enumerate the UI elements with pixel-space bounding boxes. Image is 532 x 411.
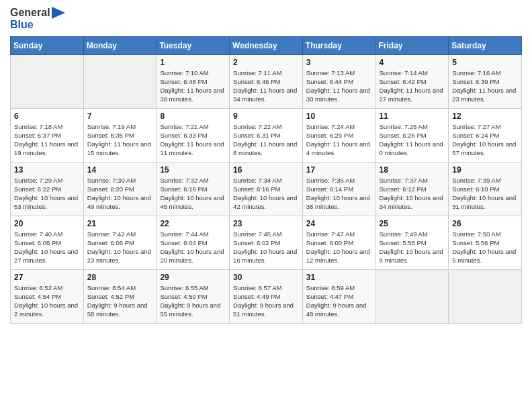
day-header-sunday: Sunday — [11, 36, 84, 54]
calendar-cell: 16Sunrise: 7:34 AM Sunset: 6:16 PM Dayli… — [230, 162, 303, 216]
week-row-1: 1Sunrise: 7:10 AM Sunset: 6:48 PM Daylig… — [11, 54, 522, 108]
day-info: Sunrise: 7:40 AM Sunset: 6:08 PM Dayligh… — [14, 230, 80, 265]
calendar-cell: 27Sunrise: 6:52 AM Sunset: 4:54 PM Dayli… — [11, 269, 84, 323]
calendar-cell: 25Sunrise: 7:49 AM Sunset: 5:58 PM Dayli… — [375, 216, 449, 269]
calendar-cell: 20Sunrise: 7:40 AM Sunset: 6:08 PM Dayli… — [11, 216, 84, 269]
day-number: 12 — [452, 111, 518, 121]
calendar-cell: 1Sunrise: 7:10 AM Sunset: 6:48 PM Daylig… — [157, 54, 230, 108]
calendar-table: SundayMondayTuesdayWednesdayThursdayFrid… — [10, 36, 522, 324]
day-number: 8 — [160, 111, 226, 121]
day-header-wednesday: Wednesday — [230, 36, 303, 54]
day-info: Sunrise: 7:10 AM Sunset: 6:48 PM Dayligh… — [160, 68, 226, 104]
day-info: Sunrise: 7:49 AM Sunset: 5:58 PM Dayligh… — [380, 230, 445, 265]
header-row: SundayMondayTuesdayWednesdayThursdayFrid… — [11, 36, 522, 54]
page-header: General Blue — [10, 7, 522, 31]
logo: General Blue — [10, 7, 65, 31]
day-number: 28 — [87, 273, 153, 282]
day-number: 17 — [306, 165, 372, 175]
calendar-cell: 2Sunrise: 7:11 AM Sunset: 6:46 PM Daylig… — [230, 54, 303, 108]
day-number: 7 — [87, 111, 153, 121]
day-info: Sunrise: 7:45 AM Sunset: 6:02 PM Dayligh… — [233, 230, 299, 265]
week-row-4: 20Sunrise: 7:40 AM Sunset: 6:08 PM Dayli… — [11, 216, 522, 269]
day-info: Sunrise: 7:11 AM Sunset: 6:46 PM Dayligh… — [233, 68, 299, 104]
day-info: Sunrise: 7:14 AM Sunset: 6:42 PM Dayligh… — [380, 68, 445, 104]
calendar-cell: 10Sunrise: 7:24 AM Sunset: 6:29 PM Dayli… — [302, 108, 375, 162]
day-number: 20 — [14, 219, 80, 228]
day-info: Sunrise: 7:22 AM Sunset: 6:31 PM Dayligh… — [233, 122, 299, 158]
calendar-cell — [449, 269, 522, 323]
day-info: Sunrise: 7:44 AM Sunset: 6:04 PM Dayligh… — [160, 230, 226, 265]
day-header-monday: Monday — [83, 36, 157, 54]
day-info: Sunrise: 7:13 AM Sunset: 6:44 PM Dayligh… — [306, 68, 372, 104]
calendar-cell: 4Sunrise: 7:14 AM Sunset: 6:42 PM Daylig… — [375, 54, 449, 108]
week-row-5: 27Sunrise: 6:52 AM Sunset: 4:54 PM Dayli… — [11, 269, 522, 323]
calendar-cell: 31Sunrise: 6:59 AM Sunset: 4:47 PM Dayli… — [302, 269, 375, 323]
day-number: 25 — [380, 219, 445, 228]
day-number: 11 — [380, 111, 445, 121]
day-number: 31 — [306, 273, 372, 282]
day-header-friday: Friday — [375, 36, 449, 54]
day-number: 1 — [160, 58, 226, 67]
calendar-cell: 17Sunrise: 7:35 AM Sunset: 6:14 PM Dayli… — [302, 162, 375, 216]
day-number: 26 — [452, 219, 518, 228]
calendar-cell: 13Sunrise: 7:29 AM Sunset: 6:22 PM Dayli… — [11, 162, 84, 216]
day-info: Sunrise: 6:52 AM Sunset: 4:54 PM Dayligh… — [14, 283, 80, 319]
day-info: Sunrise: 7:18 AM Sunset: 6:37 PM Dayligh… — [14, 122, 80, 158]
day-number: 6 — [14, 111, 80, 121]
day-number: 18 — [380, 165, 445, 175]
svg-marker-0 — [52, 7, 65, 19]
calendar-cell: 6Sunrise: 7:18 AM Sunset: 6:37 PM Daylig… — [11, 108, 84, 162]
day-info: Sunrise: 7:47 AM Sunset: 6:00 PM Dayligh… — [306, 230, 372, 265]
day-number: 21 — [87, 219, 153, 228]
day-number: 16 — [233, 165, 299, 175]
day-header-thursday: Thursday — [302, 36, 375, 54]
day-info: Sunrise: 6:55 AM Sunset: 4:50 PM Dayligh… — [160, 283, 226, 319]
day-info: Sunrise: 6:59 AM Sunset: 4:47 PM Dayligh… — [306, 283, 372, 319]
day-info: Sunrise: 6:54 AM Sunset: 4:52 PM Dayligh… — [87, 283, 153, 319]
calendar-cell: 30Sunrise: 6:57 AM Sunset: 4:49 PM Dayli… — [230, 269, 303, 323]
day-info: Sunrise: 7:34 AM Sunset: 6:16 PM Dayligh… — [233, 176, 299, 212]
calendar-cell: 3Sunrise: 7:13 AM Sunset: 6:44 PM Daylig… — [302, 54, 375, 108]
calendar-cell: 9Sunrise: 7:22 AM Sunset: 6:31 PM Daylig… — [230, 108, 303, 162]
day-info: Sunrise: 6:57 AM Sunset: 4:49 PM Dayligh… — [233, 283, 299, 319]
logo-blue: Blue — [10, 19, 65, 31]
day-number: 3 — [306, 58, 372, 67]
calendar-cell — [11, 54, 84, 108]
day-number: 5 — [452, 58, 518, 67]
calendar-cell: 8Sunrise: 7:21 AM Sunset: 6:33 PM Daylig… — [157, 108, 230, 162]
calendar-header: SundayMondayTuesdayWednesdayThursdayFrid… — [11, 36, 522, 54]
day-info: Sunrise: 7:39 AM Sunset: 6:10 PM Dayligh… — [452, 176, 518, 212]
day-info: Sunrise: 7:29 AM Sunset: 6:22 PM Dayligh… — [14, 176, 80, 212]
calendar-cell: 23Sunrise: 7:45 AM Sunset: 6:02 PM Dayli… — [230, 216, 303, 269]
day-number: 15 — [160, 165, 226, 175]
day-info: Sunrise: 7:30 AM Sunset: 6:20 PM Dayligh… — [87, 176, 153, 212]
calendar-cell: 24Sunrise: 7:47 AM Sunset: 6:00 PM Dayli… — [302, 216, 375, 269]
calendar-cell: 18Sunrise: 7:37 AM Sunset: 6:12 PM Dayli… — [375, 162, 449, 216]
day-info: Sunrise: 7:32 AM Sunset: 6:18 PM Dayligh… — [160, 176, 226, 212]
day-header-saturday: Saturday — [449, 36, 522, 54]
day-info: Sunrise: 7:21 AM Sunset: 6:33 PM Dayligh… — [160, 122, 226, 158]
day-info: Sunrise: 7:16 AM Sunset: 6:39 PM Dayligh… — [452, 68, 518, 104]
day-number: 22 — [160, 219, 226, 228]
calendar-cell: 5Sunrise: 7:16 AM Sunset: 6:39 PM Daylig… — [449, 54, 522, 108]
calendar-cell — [83, 54, 157, 108]
day-number: 9 — [233, 111, 299, 121]
day-header-tuesday: Tuesday — [157, 36, 230, 54]
day-number: 10 — [306, 111, 372, 121]
calendar-cell: 21Sunrise: 7:42 AM Sunset: 6:06 PM Dayli… — [83, 216, 157, 269]
day-number: 2 — [233, 58, 299, 67]
logo-general: General — [10, 7, 50, 19]
day-number: 13 — [14, 165, 80, 175]
calendar-body: 1Sunrise: 7:10 AM Sunset: 6:48 PM Daylig… — [11, 54, 522, 323]
day-number: 30 — [233, 273, 299, 282]
week-row-3: 13Sunrise: 7:29 AM Sunset: 6:22 PM Dayli… — [11, 162, 522, 216]
day-number: 19 — [452, 165, 518, 175]
day-info: Sunrise: 7:50 AM Sunset: 5:56 PM Dayligh… — [452, 230, 518, 265]
day-info: Sunrise: 7:19 AM Sunset: 6:35 PM Dayligh… — [87, 122, 153, 158]
week-row-2: 6Sunrise: 7:18 AM Sunset: 6:37 PM Daylig… — [11, 108, 522, 162]
calendar-cell: 29Sunrise: 6:55 AM Sunset: 4:50 PM Dayli… — [157, 269, 230, 323]
calendar-cell: 15Sunrise: 7:32 AM Sunset: 6:18 PM Dayli… — [157, 162, 230, 216]
day-info: Sunrise: 7:26 AM Sunset: 6:26 PM Dayligh… — [380, 122, 445, 158]
calendar-cell: 19Sunrise: 7:39 AM Sunset: 6:10 PM Dayli… — [449, 162, 522, 216]
day-info: Sunrise: 7:37 AM Sunset: 6:12 PM Dayligh… — [380, 176, 445, 212]
